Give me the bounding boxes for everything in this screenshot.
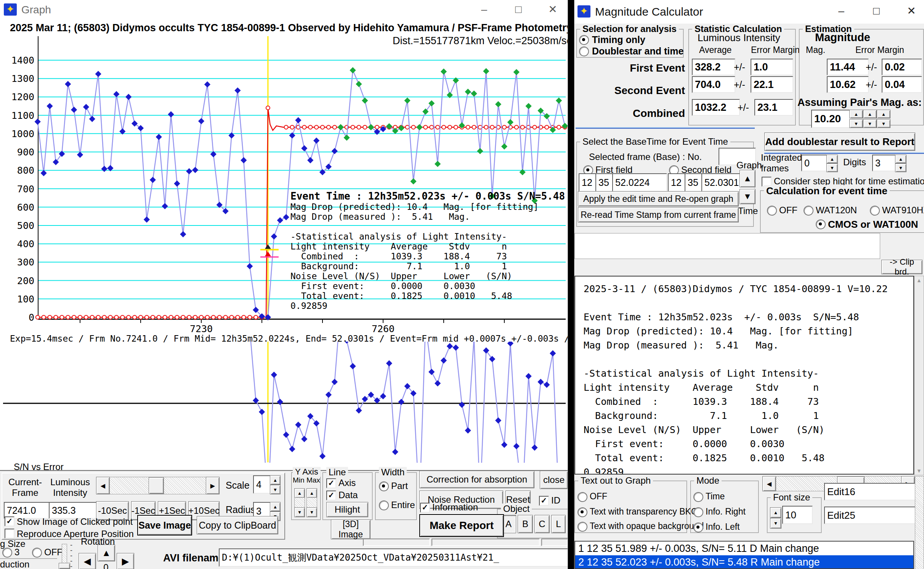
calc-wat120n-radio[interactable] [804, 206, 813, 216]
textout-off-label: OFF [590, 491, 607, 502]
report-scrollbar[interactable]: ▲ ▼ [914, 276, 924, 475]
assuming-down-icon[interactable]: ▼ [863, 119, 877, 128]
close-button[interactable]: close [540, 471, 568, 489]
width-part-radio[interactable] [379, 481, 389, 491]
ring-off-radio[interactable] [32, 548, 42, 558]
maximize-icon[interactable]: □ [864, 2, 889, 20]
rotation-left-icon[interactable]: ◀ [79, 553, 96, 569]
timing-only-radio[interactable] [579, 35, 589, 45]
first-err-field[interactable]: 1.0 [751, 59, 793, 75]
digits-up-icon[interactable]: ▲ [895, 155, 906, 163]
minimize-icon[interactable]: – [829, 2, 853, 20]
right-scrollbar[interactable] [915, 476, 924, 569]
font-scroll-left-icon[interactable]: ◀ [762, 476, 776, 491]
ymax-down-icon[interactable]: ▼ [306, 507, 317, 517]
font-size-up-icon[interactable]: ▲ [770, 507, 781, 518]
vertical-slider-thumb[interactable] [59, 563, 70, 569]
digits-down-icon[interactable]: ▼ [895, 163, 906, 172]
assuming-up-icon[interactable]: ▲ [863, 110, 877, 118]
assuming-down-icon[interactable]: ▼ [849, 119, 863, 128]
make-report-button[interactable]: Make Report [419, 514, 504, 537]
edit16-field[interactable]: Edit16 [824, 483, 919, 500]
reproduce-aperture-checkbox[interactable] [5, 529, 14, 539]
radius-up-icon[interactable]: ▲ [270, 502, 281, 511]
show-image-checkbox[interactable]: ✓ [5, 516, 14, 526]
event-list: 1 12 35 51.989 +/- 0.003s, S/N= 5.11 D M… [574, 541, 914, 569]
font-size-field[interactable]: 10 [782, 506, 813, 524]
ymin-down-icon[interactable]: ▼ [294, 507, 305, 517]
font-size-down-icon[interactable]: ▼ [770, 518, 781, 529]
report-text-area[interactable]: 2025-3-11 / (65803)Didymos / TYC 1854-00… [574, 276, 914, 475]
second-mag-field[interactable]: 10.62 [827, 76, 869, 93]
second-mag-err-field[interactable]: 0.04 [882, 76, 922, 93]
combined-err-field[interactable]: 23.1 [754, 99, 793, 116]
rotation-right-icon[interactable]: ▶ [117, 553, 134, 569]
calc-cmos-radio[interactable] [816, 219, 826, 229]
first-avg-field[interactable]: 328.2 [692, 59, 735, 75]
line-axis-label: Axis [338, 478, 356, 488]
frame-scroll-thumb[interactable] [149, 477, 164, 494]
textout-off-radio[interactable] [578, 492, 587, 502]
edit25-field[interactable]: Edit25 [824, 507, 919, 524]
integrated-up-icon[interactable]: ▲ [826, 155, 838, 163]
close-icon[interactable]: ✕ [899, 2, 924, 20]
scale-down-icon[interactable]: ▼ [270, 485, 281, 494]
rotation-up-icon[interactable]: ▲ [98, 545, 115, 561]
scroll-down-icon[interactable]: ▼ [914, 467, 924, 475]
edit-strip[interactable] [574, 233, 880, 259]
assuming-up-icon[interactable]: ▲ [877, 110, 890, 118]
list-item-selected[interactable]: 2 12 35 52.023 +/- 0.003s, S/N= 5.48 R M… [575, 555, 913, 569]
assuming-mag-field[interactable]: 10.20 [811, 110, 852, 128]
width-entire-radio[interactable] [379, 500, 389, 510]
ring-3-radio[interactable] [2, 548, 12, 558]
clipboard-button[interactable]: -> Clip brd. [881, 260, 922, 274]
time-down-button[interactable]: ▼ [740, 189, 756, 204]
first-mag-field[interactable]: 11.44 [827, 59, 869, 75]
add-doublestar-button[interactable]: Add doublestar result to Report [764, 133, 915, 151]
list-item[interactable]: 1 12 35 51.989 +/- 0.003s, S/N= 5.11 D M… [575, 542, 913, 555]
textout-opaque-radio[interactable] [578, 522, 587, 532]
second-avg-field[interactable]: 704.0 [692, 76, 735, 93]
calc-wat910-radio[interactable] [870, 206, 880, 216]
first-mag-err-field[interactable]: 0.02 [882, 59, 922, 75]
assuming-down-icon[interactable]: ▼ [877, 119, 890, 128]
save-image-button[interactable]: Save Image [137, 515, 192, 535]
doublestar-label: Doublestar and time [592, 46, 683, 57]
time1-sec-field[interactable]: 52.0224 [612, 173, 667, 192]
integrated-down-icon[interactable]: ▼ [826, 163, 838, 172]
ymin-track[interactable] [294, 497, 305, 508]
textout-transparent-radio[interactable] [578, 507, 587, 517]
copy-clipboard-button[interactable]: Copy to ClipBoard [197, 516, 278, 534]
reread-timestamp-button[interactable]: Re-read Time Stamp from current frame [578, 207, 739, 222]
calc-off-radio[interactable] [767, 206, 777, 216]
scale-up-icon[interactable]: ▲ [270, 475, 281, 485]
assuming-up-icon[interactable]: ▲ [849, 110, 863, 118]
second-err-field[interactable]: 22.1 [751, 76, 793, 93]
ymin-up-icon[interactable]: ▲ [294, 488, 305, 498]
textout-transparent-label: Text with transparency BKG [590, 507, 698, 517]
object-l-button[interactable]: L [551, 515, 566, 533]
hilight-button[interactable]: Hilight [326, 502, 368, 517]
apply-time-button[interactable]: Apply the edit time and Re-open graph [578, 191, 739, 206]
line-data-checkbox[interactable]: ✓ [326, 491, 336, 500]
graph-up-button[interactable]: ▲ [740, 170, 756, 187]
line-axis-checkbox[interactable]: ✓ [326, 478, 336, 488]
object-c-button[interactable]: C [534, 515, 550, 533]
combined-avg-field[interactable]: 1032.2 [692, 99, 740, 116]
correction-absorption-button[interactable]: Correction for absorption [419, 471, 534, 488]
mag-col-label: Mag. [806, 45, 825, 55]
avi-filename-field[interactable]: D:¥(1)Ocult_観測VData¥2025Oct_VData¥202503… [219, 548, 568, 567]
ymax-up-icon[interactable]: ▲ [306, 488, 317, 498]
mode-info-right-radio[interactable] [693, 507, 703, 517]
mode-info-left-radio[interactable] [693, 523, 703, 532]
information-checkbox[interactable]: ✓ [420, 503, 430, 513]
id-checkbox[interactable]: ✓ [539, 496, 549, 506]
frame-scroll-left-icon[interactable]: ◀ [96, 477, 110, 494]
ymax-track[interactable] [306, 497, 317, 508]
mode-time-radio[interactable] [693, 492, 703, 502]
frame-scroll-right-icon[interactable]: ▶ [206, 477, 220, 494]
doublestar-radio[interactable] [579, 46, 589, 56]
3d-image-button[interactable]: [3D] Image [331, 519, 371, 539]
scroll-up-icon[interactable]: ▲ [914, 276, 924, 284]
object-b-button[interactable]: B [518, 515, 533, 533]
